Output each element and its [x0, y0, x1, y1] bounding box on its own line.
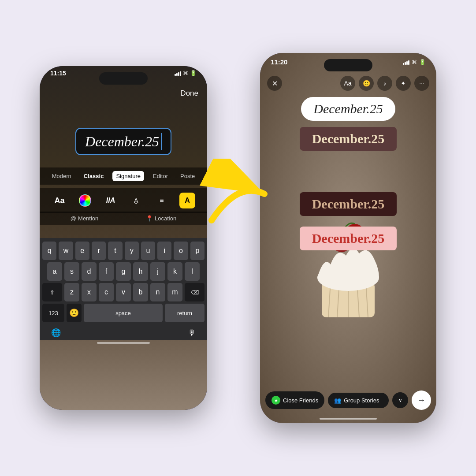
share-bar: ★ Close Friends 👥 Group Stories ∨ →: [265, 390, 431, 410]
font-tab-modern[interactable]: Modern: [48, 171, 75, 181]
key-space[interactable]: space: [84, 304, 163, 322]
key-x[interactable]: x: [82, 283, 97, 301]
music-icon: ♪: [383, 80, 387, 87]
key-h[interactable]: h: [133, 262, 148, 281]
arrow-right-icon: →: [417, 396, 425, 405]
key-g[interactable]: g: [116, 262, 131, 281]
text-input-box[interactable]: December.25: [75, 128, 171, 155]
effects-icon: ✦: [401, 80, 406, 87]
font-tab-editor[interactable]: Editor: [149, 171, 171, 181]
key-r[interactable]: r: [92, 242, 106, 260]
key-d[interactable]: d: [82, 262, 97, 281]
key-q[interactable]: q: [42, 242, 56, 260]
at-icon: @: [71, 215, 76, 222]
right-screen: 11:20 ⌘ 🔋 ✕: [260, 53, 436, 423]
key-k[interactable]: k: [167, 262, 182, 281]
font-tab-poster[interactable]: Poste: [177, 171, 198, 181]
right-battery-icon: 🔋: [419, 59, 426, 65]
left-time: 11:15: [50, 70, 66, 77]
text-overlay-darkbrown[interactable]: December.25: [300, 192, 397, 216]
key-mic[interactable]: 🎙: [188, 328, 196, 338]
done-button[interactable]: Done: [180, 89, 198, 97]
font-style-button[interactable]: IIA: [103, 193, 119, 208]
keyboard-row-2: a s d f g h j k l: [42, 262, 205, 281]
key-delete[interactable]: ⌫: [185, 283, 205, 301]
sticker-button[interactable]: 🙂: [359, 76, 374, 91]
right-status-bar: 11:20 ⌘ 🔋: [260, 58, 436, 66]
key-c[interactable]: c: [99, 283, 114, 301]
key-shift[interactable]: ⇧: [42, 283, 62, 301]
next-button[interactable]: →: [412, 390, 431, 410]
music-button[interactable]: ♪: [377, 76, 392, 91]
text-aa-icon: Aa: [344, 80, 351, 87]
right-wifi-icon: ⌘: [412, 59, 417, 65]
key-n[interactable]: n: [150, 283, 165, 301]
key-emoji[interactable]: 🙂: [67, 304, 82, 322]
sticker-icon: 🙂: [363, 80, 370, 87]
font-tabs: Modern Classic Signature Editor Poste: [40, 167, 207, 185]
text-decoration-button[interactable]: Ḁ: [128, 193, 144, 208]
scene: 11:15 ⌘ 🔋 Done D: [0, 0, 476, 476]
key-t[interactable]: t: [108, 242, 122, 260]
key-s[interactable]: s: [64, 262, 79, 281]
key-return[interactable]: return: [165, 304, 205, 322]
text-overlay-italic[interactable]: December.25: [301, 97, 395, 121]
text-overlay-pink[interactable]: December.25: [300, 227, 397, 250]
key-z[interactable]: z: [64, 283, 79, 301]
group-icon: 👥: [334, 397, 341, 404]
chevron-down-icon: ∨: [398, 397, 402, 403]
close-friends-button[interactable]: ★ Close Friends: [265, 391, 324, 409]
right-time: 11:20: [271, 58, 287, 66]
more-icon: ···: [419, 80, 424, 87]
story-close-button[interactable]: ✕: [267, 76, 282, 91]
battery-icon: 🔋: [190, 70, 197, 76]
close-friends-star-icon: ★: [271, 396, 280, 405]
close-x-icon: ✕: [272, 79, 278, 88]
keyboard-row-3: ⇧ z x c v b n m ⌫: [42, 283, 205, 301]
left-status-icons: ⌘ 🔋: [175, 70, 197, 76]
key-l[interactable]: l: [185, 262, 200, 281]
chevron-down-button[interactable]: ∨: [392, 392, 408, 408]
key-e[interactable]: e: [75, 242, 89, 260]
more-options-button[interactable]: ···: [414, 76, 429, 91]
key-m[interactable]: m: [167, 283, 182, 301]
key-u[interactable]: u: [141, 242, 155, 260]
key-p[interactable]: p: [190, 242, 205, 260]
keyboard-extras: 🌐 🎙: [42, 324, 205, 338]
key-i[interactable]: i: [157, 242, 171, 260]
story-text-overlays: December.25 December.25 December.25 Dece…: [260, 97, 436, 250]
left-home-indicator: [97, 342, 150, 344]
font-tab-classic[interactable]: Classic: [80, 171, 108, 181]
background-color-button[interactable]: A: [179, 193, 195, 208]
mention-button[interactable]: @ Mention: [71, 215, 98, 222]
key-a[interactable]: a: [47, 262, 62, 281]
location-button[interactable]: 📍 Location: [146, 215, 176, 222]
key-123[interactable]: 123: [42, 304, 64, 322]
key-j[interactable]: j: [150, 262, 165, 281]
text-overlay-brown[interactable]: December.25: [300, 127, 397, 151]
signal-icon: [175, 71, 181, 76]
key-y[interactable]: y: [125, 242, 139, 260]
key-f[interactable]: f: [99, 262, 114, 281]
phone-left: 11:15 ⌘ 🔋 Done D: [40, 66, 207, 410]
left-screen: 11:15 ⌘ 🔋 Done D: [40, 66, 207, 410]
location-icon: 📍: [146, 215, 153, 222]
effects-button[interactable]: ✦: [396, 76, 411, 91]
right-signal-icon: [403, 60, 409, 65]
close-friends-label: Close Friends: [283, 397, 318, 404]
keyboard-row-1: q w e r t y u i o p: [42, 242, 205, 260]
key-w[interactable]: w: [59, 242, 73, 260]
alignment-button[interactable]: ≡: [154, 193, 170, 208]
key-o[interactable]: o: [174, 242, 188, 260]
text-cursor: [161, 133, 162, 150]
mention-location-row: @ Mention 📍 Location: [40, 212, 207, 225]
text-tool-button[interactable]: Aa: [340, 76, 355, 91]
color-wheel-icon: [79, 194, 91, 207]
font-size-button[interactable]: Aa: [52, 193, 67, 208]
key-b[interactable]: b: [133, 283, 148, 301]
group-stories-button[interactable]: 👥 Group Stories: [328, 393, 389, 408]
key-v[interactable]: v: [116, 283, 131, 301]
font-tab-signature[interactable]: Signature: [112, 171, 144, 181]
color-picker-button[interactable]: [77, 193, 93, 208]
key-globe[interactable]: 🌐: [51, 328, 61, 338]
